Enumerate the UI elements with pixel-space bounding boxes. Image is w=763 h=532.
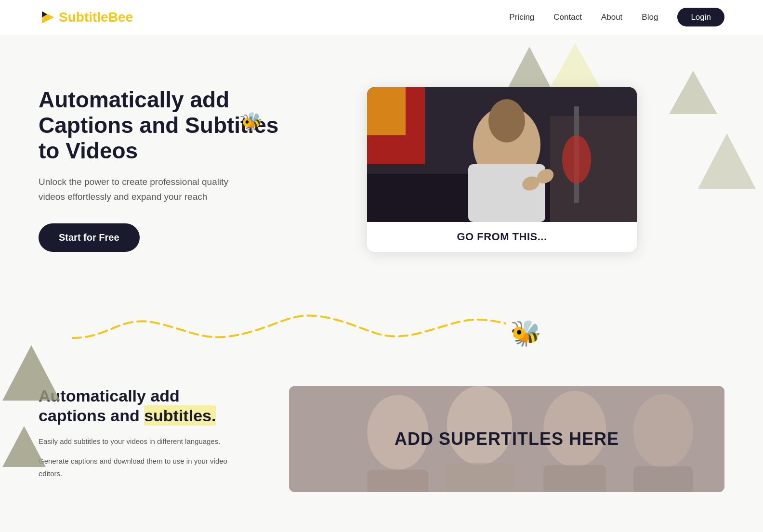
- dashed-bee-path: [72, 299, 506, 357]
- feature-image-card: ADD SUPERTITLES HERE: [289, 386, 724, 492]
- shape-gray-left-triangle: [0, 343, 63, 405]
- nav-blog[interactable]: Blog: [642, 13, 658, 22]
- video-content: [367, 87, 637, 222]
- feature-image-label: ADD SUPERTITLES HERE: [395, 429, 619, 449]
- video-preview: [367, 87, 637, 222]
- features-section: Automatically add captions and subtitles…: [0, 357, 763, 511]
- navbar: SubtitleBee Pricing Contact About Blog L…: [0, 0, 763, 35]
- nav-about[interactable]: About: [601, 13, 622, 22]
- dashed-path-section: 🐝: [0, 295, 763, 357]
- feature-image-area: ADD SUPERTITLES HERE: [289, 386, 724, 492]
- video-caption-text: GO FROM THIS...: [457, 231, 547, 243]
- svg-marker-19: [2, 345, 60, 401]
- feature-title: Automatically add captions and subtitles…: [39, 386, 250, 426]
- feature-desc-1: Easily add subtitles to your videos in d…: [39, 435, 250, 448]
- logo-text: SubtitleBee: [59, 10, 133, 25]
- bee-large-icon: 🐝: [510, 319, 541, 348]
- hero-video-area: GO FROM THIS...: [279, 87, 724, 252]
- svg-rect-11: [550, 116, 637, 222]
- start-for-free-button[interactable]: Start for Free: [39, 223, 140, 252]
- svg-point-15: [488, 99, 525, 143]
- nav-links: Pricing Contact About Blog Login: [509, 13, 724, 22]
- logo[interactable]: SubtitleBee: [39, 9, 133, 26]
- nav-login-button[interactable]: Login: [677, 8, 724, 26]
- svg-rect-9: [367, 87, 406, 135]
- shape-gray-bottom-left: [0, 424, 48, 472]
- feature-text: Automatically add captions and subtitles…: [39, 386, 250, 487]
- video-caption-bar: GO FROM THIS...: [367, 222, 637, 252]
- logo-icon: [39, 9, 56, 26]
- feature-title-highlight: subtitles.: [144, 405, 216, 426]
- svg-rect-16: [468, 164, 545, 222]
- svg-marker-30: [2, 426, 46, 467]
- feature-desc-2: Generate captions and download them to u…: [39, 455, 250, 480]
- video-card: GO FROM THIS...: [367, 87, 637, 252]
- svg-point-13: [562, 135, 591, 183]
- nav-pricing[interactable]: Pricing: [509, 13, 534, 22]
- hero-subtitle: Unlock the power to create professional …: [39, 175, 250, 204]
- nav-contact[interactable]: Contact: [553, 13, 582, 22]
- hero-content: Automatically add Captions and Subtitles…: [39, 87, 279, 252]
- hero-section: 🐝 Automatically add Captions and Subtitl…: [0, 35, 763, 295]
